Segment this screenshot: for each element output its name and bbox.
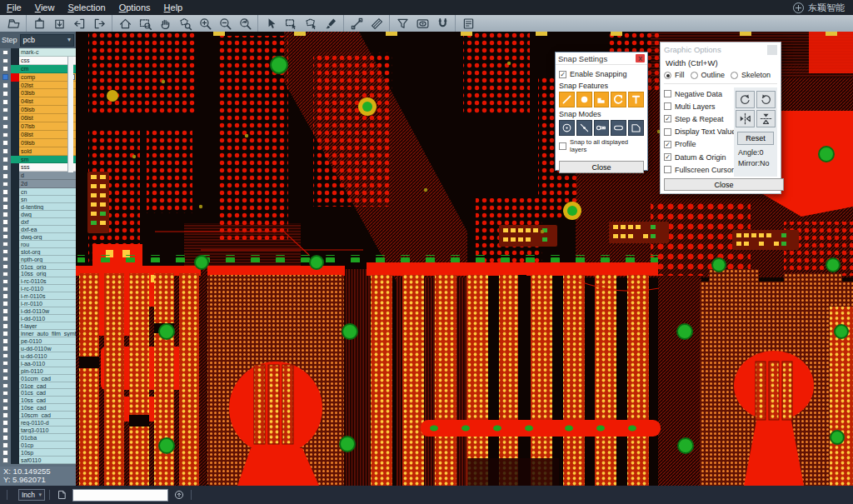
layer-color-swatch[interactable] (11, 97, 19, 106)
toolbar-select-rectangle-button[interactable] (281, 16, 301, 32)
check-row-fullscreen-cursor[interactable]: Fullscreen Cursor (664, 163, 734, 176)
layer-row-i-rc-0110[interactable]: i-rc-0110 (0, 285, 76, 292)
radio-outline[interactable] (691, 72, 698, 79)
snap-text-button[interactable] (628, 92, 644, 107)
layer-color-swatch[interactable] (11, 233, 19, 241)
layer-color-swatch[interactable] (11, 419, 19, 427)
radio-skeleton[interactable] (731, 72, 738, 79)
toolbar-zoom-polygon-button[interactable] (175, 16, 195, 32)
toolbar-exit-in-button[interactable] (69, 16, 89, 32)
checkbox-negative-data[interactable] (664, 90, 671, 97)
layer-visibility-checkbox[interactable] (0, 131, 11, 139)
layer-color-swatch[interactable] (11, 241, 19, 248)
layer-row-01cs_cad[interactable]: 01cs_cad (0, 389, 76, 397)
layer-list-scrollbar[interactable] (67, 57, 73, 172)
toolbar-zoom-in-button[interactable] (195, 16, 215, 32)
layer-row-cn[interactable]: cn (0, 188, 76, 196)
menu-file[interactable]: File (0, 2, 28, 13)
layer-row-10ss_cad[interactable]: 10ss_cad (0, 397, 76, 404)
snap-pad-button[interactable] (576, 92, 592, 107)
layer-row-pe-0110[interactable]: pe-0110 (0, 337, 76, 345)
snap-settings-titlebar[interactable]: Snap Settings x (556, 52, 647, 65)
layer-color-swatch[interactable] (11, 226, 19, 233)
graphic-options-titlebar[interactable]: Graphic Options (661, 42, 781, 57)
toolbar-select-cursor-button[interactable] (261, 16, 281, 32)
layer-row-rou[interactable]: rou (0, 241, 76, 248)
layer-visibility-checkbox[interactable] (0, 292, 11, 300)
checkbox-datum-origin[interactable]: ✓ (664, 153, 671, 161)
layer-visibility-checkbox[interactable] (0, 449, 11, 457)
menu-options[interactable]: Options (112, 2, 157, 13)
layer-visibility-checkbox[interactable] (0, 315, 11, 322)
layer-visibility-checkbox[interactable] (0, 434, 11, 442)
layer-visibility-checkbox[interactable] (0, 277, 11, 285)
toolbar-measure-ruler-button[interactable] (367, 16, 387, 32)
layer-row-01cp[interactable]: 01cp (0, 442, 76, 449)
toolbar-home-view-button[interactable] (115, 16, 135, 32)
layer-color-swatch[interactable] (11, 73, 19, 82)
layer-row-dxf-ea[interactable]: dxf-ea (0, 226, 76, 233)
layer-visibility-checkbox[interactable] (0, 122, 11, 131)
layer-row-sss[interactable]: sss (0, 163, 76, 172)
layer-row-sm[interactable]: sm (0, 156, 76, 164)
layer-color-swatch[interactable] (11, 82, 19, 90)
layer-color-swatch[interactable] (11, 172, 19, 180)
layer-visibility-checkbox[interactable] (0, 139, 11, 147)
layer-row-i-dd-0110w[interactable]: i-dd-0110w (0, 307, 76, 315)
layer-visibility-checkbox[interactable] (0, 48, 11, 57)
checkbox-profile[interactable]: ✓ (664, 141, 671, 148)
layer-row-slot-org[interactable]: slot-org (0, 248, 76, 256)
toolbar-exit-out-button[interactable] (89, 16, 109, 32)
layer-color-swatch[interactable] (11, 156, 19, 164)
layer-row-08lst[interactable]: 08lst (0, 131, 76, 139)
enable-snapping-checkbox-row[interactable]: ✓ Enable Snapping (559, 70, 644, 78)
layer-color-swatch[interactable] (11, 65, 19, 73)
layer-color-swatch[interactable] (11, 315, 19, 322)
layer-row-02lst[interactable]: 02lst (0, 82, 76, 90)
snap-all-layers-checkbox-row[interactable]: Snap to all displayed layers (559, 138, 644, 153)
layer-visibility-checkbox[interactable] (0, 270, 11, 277)
toolbar-zoom-window-button[interactable] (135, 16, 155, 32)
unit-dropdown[interactable]: Inch ▾ (18, 489, 45, 501)
layer-visibility-checkbox[interactable] (0, 163, 11, 172)
layer-color-swatch[interactable] (11, 203, 19, 211)
layer-color-swatch[interactable] (11, 277, 19, 285)
layer-color-swatch[interactable] (11, 412, 19, 419)
layer-color-swatch[interactable] (11, 263, 19, 271)
snap-surface-button[interactable] (594, 92, 610, 107)
menu-help[interactable]: Help (157, 2, 190, 13)
layer-row-css[interactable]: css (0, 57, 76, 65)
layer-color-swatch[interactable] (11, 457, 19, 464)
checkbox-multi-layers[interactable] (664, 102, 671, 110)
layer-row-sold[interactable]: sold (0, 147, 76, 156)
layer-visibility-checkbox[interactable] (0, 307, 11, 315)
layer-row-targ3-0110[interactable]: targ3-0110 (0, 427, 76, 434)
layer-color-swatch[interactable] (11, 147, 19, 156)
layer-visibility-checkbox[interactable] (0, 263, 11, 271)
snap-slot-button[interactable] (611, 120, 626, 136)
layer-visibility-checkbox[interactable] (0, 419, 11, 427)
layer-visibility-checkbox[interactable] (0, 412, 11, 419)
close-icon[interactable] (767, 45, 777, 55)
menu-view[interactable]: View (28, 2, 62, 13)
layer-color-swatch[interactable] (11, 48, 19, 57)
layer-row-npth-org[interactable]: npth-org (0, 256, 76, 263)
layer-color-swatch[interactable] (11, 322, 19, 330)
check-row-display-text-value[interactable]: Display Text Value (664, 126, 734, 138)
toolbar-select-polygon-button[interactable] (301, 16, 321, 32)
layer-visibility-checkbox[interactable] (0, 442, 11, 449)
mirror-h-button[interactable] (736, 110, 755, 127)
layer-visibility-checkbox[interactable] (0, 180, 11, 188)
layer-visibility-checkbox[interactable] (0, 397, 11, 404)
layer-visibility-checkbox[interactable] (0, 106, 11, 114)
layer-row-i-rc-0110s[interactable]: i-rc-0110s (0, 277, 76, 285)
layer-color-swatch[interactable] (11, 256, 19, 263)
toolbar-zoom-out-button[interactable] (215, 16, 235, 32)
layer-visibility-checkbox[interactable] (0, 330, 11, 337)
layer-row-pin-0110[interactable]: pin-0110 (0, 367, 76, 375)
layer-visibility-checkbox[interactable] (0, 404, 11, 412)
layer-row-inner_auto_film_symb[interactable]: inner_auto_film_symb (0, 330, 76, 337)
layer-color-swatch[interactable] (11, 307, 19, 315)
layer-visibility-checkbox[interactable] (0, 375, 11, 382)
layer-row-01ccm_cad[interactable]: 01ccm_cad (0, 375, 76, 382)
